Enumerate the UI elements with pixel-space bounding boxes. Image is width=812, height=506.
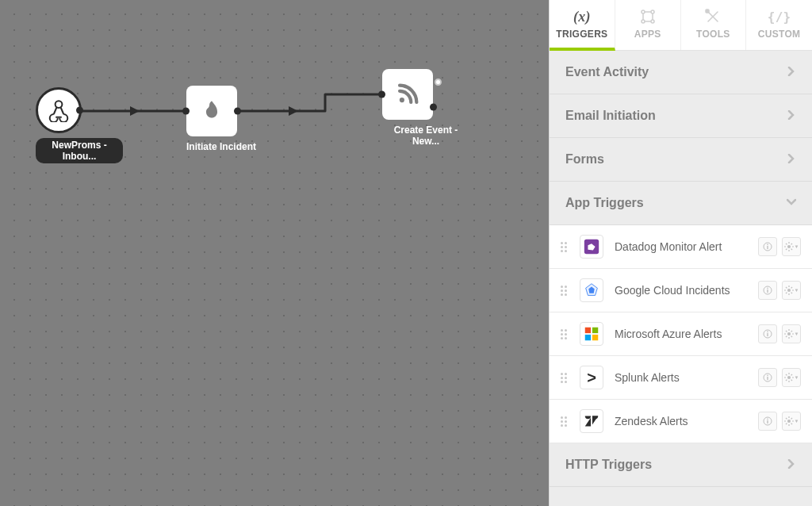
port-out[interactable] bbox=[234, 108, 241, 115]
svg-rect-78 bbox=[767, 420, 768, 424]
svg-line-73 bbox=[791, 374, 791, 375]
svg-line-85 bbox=[786, 418, 787, 419]
svg-point-3 bbox=[56, 101, 63, 108]
svg-point-9 bbox=[651, 10, 654, 13]
code-icon: {/} bbox=[746, 8, 812, 25]
variable-icon: (x) bbox=[550, 8, 615, 25]
drag-handle-icon[interactable] bbox=[561, 416, 569, 427]
port-out[interactable] bbox=[76, 107, 83, 114]
datadog-icon bbox=[580, 235, 603, 259]
svg-point-11 bbox=[651, 20, 654, 23]
fire-icon bbox=[198, 98, 225, 125]
drag-handle-icon[interactable] bbox=[561, 373, 569, 383]
category-label: Forms bbox=[565, 152, 604, 167]
svg-rect-52 bbox=[767, 332, 768, 332]
svg-line-30 bbox=[786, 249, 787, 250]
node-trigger-shape bbox=[36, 87, 82, 133]
svg-rect-63 bbox=[767, 377, 768, 380]
svg-line-59 bbox=[791, 336, 791, 337]
svg-line-31 bbox=[791, 243, 791, 244]
settings-button[interactable]: ▼ bbox=[782, 368, 801, 387]
settings-button[interactable]: ▼ bbox=[782, 412, 801, 431]
trigger-row-azure[interactable]: Microsoft Azure Alerts ▼ bbox=[550, 312, 812, 356]
svg-rect-22 bbox=[767, 244, 768, 245]
info-button[interactable] bbox=[758, 324, 777, 343]
svg-point-80 bbox=[787, 420, 791, 423]
category-event-activity[interactable]: Event Activity bbox=[550, 51, 812, 94]
app-root: NewProms - Inbou... Initiate Incident bbox=[0, 0, 812, 506]
settings-button[interactable]: ▼ bbox=[782, 237, 801, 256]
gcloud-icon bbox=[580, 278, 603, 302]
svg-rect-51 bbox=[767, 333, 768, 336]
tab-apps[interactable]: APPS bbox=[615, 0, 681, 50]
svg-rect-18 bbox=[706, 10, 709, 13]
category-label: Email Initiation bbox=[565, 109, 656, 123]
tab-triggers[interactable]: (x) TRIGGERS bbox=[550, 0, 615, 51]
chevron-right-icon bbox=[787, 458, 796, 472]
info-button[interactable] bbox=[758, 237, 777, 256]
node-event[interactable]: Create Event - New... bbox=[382, 69, 469, 147]
svg-line-70 bbox=[786, 374, 787, 375]
svg-line-45 bbox=[791, 287, 791, 288]
svg-point-10 bbox=[642, 20, 645, 23]
svg-line-72 bbox=[786, 380, 787, 381]
svg-line-58 bbox=[786, 331, 787, 332]
svg-rect-35 bbox=[767, 289, 768, 293]
trigger-row-datadog[interactable]: Datadog Monitor Alert ▼ bbox=[550, 225, 812, 269]
svg-line-86 bbox=[791, 424, 791, 424]
svg-rect-79 bbox=[767, 419, 768, 420]
node-event-shape bbox=[382, 69, 433, 120]
svg-line-61 bbox=[791, 331, 791, 332]
category-email-initiation[interactable]: Email Initiation bbox=[550, 94, 812, 138]
svg-rect-21 bbox=[767, 246, 768, 249]
port-out[interactable] bbox=[430, 104, 437, 111]
svg-marker-2 bbox=[289, 106, 298, 116]
svg-point-7 bbox=[400, 98, 404, 102]
category-forms[interactable]: Forms bbox=[550, 138, 812, 182]
drag-handle-icon[interactable] bbox=[561, 286, 569, 296]
trigger-row-splunk[interactable]: > Splunk Alerts ▼ bbox=[550, 356, 812, 400]
drag-handle-icon[interactable] bbox=[561, 242, 569, 252]
svg-line-43 bbox=[791, 293, 791, 293]
node-event-label: Create Event - New... bbox=[382, 125, 469, 147]
info-button[interactable] bbox=[758, 368, 777, 387]
settings-button[interactable]: ▼ bbox=[782, 324, 801, 343]
rss-icon bbox=[394, 81, 421, 108]
node-incident-label: Initiate Incident bbox=[186, 141, 256, 152]
svg-rect-49 bbox=[592, 335, 598, 340]
category-app-triggers[interactable]: App Triggers bbox=[550, 182, 812, 225]
svg-line-29 bbox=[791, 249, 791, 250]
row-actions: ▼ bbox=[758, 324, 801, 343]
node-incident[interactable]: Initiate Incident bbox=[186, 86, 256, 152]
trigger-row-zendesk[interactable]: Zendesk Alerts ▼ bbox=[550, 400, 812, 443]
row-actions: ▼ bbox=[758, 412, 801, 431]
zendesk-icon bbox=[580, 409, 603, 433]
svg-marker-1 bbox=[130, 106, 140, 116]
trigger-label: Microsoft Azure Alerts bbox=[615, 328, 747, 340]
trigger-label: Zendesk Alerts bbox=[615, 415, 747, 427]
tab-label: CUSTOM bbox=[746, 29, 812, 40]
port-out-hollow[interactable] bbox=[435, 79, 442, 86]
splunk-icon: > bbox=[580, 366, 603, 389]
tab-label: TOOLS bbox=[681, 29, 746, 40]
drag-handle-icon[interactable] bbox=[561, 329, 569, 339]
node-trigger[interactable]: NewProms - Inbou... bbox=[36, 87, 123, 163]
svg-line-28 bbox=[786, 243, 787, 244]
trigger-label: Google Cloud Incidents bbox=[615, 284, 747, 297]
row-actions: ▼ bbox=[758, 368, 801, 387]
settings-button[interactable]: ▼ bbox=[782, 281, 801, 300]
svg-rect-64 bbox=[767, 375, 768, 376]
category-label: Event Activity bbox=[565, 65, 649, 79]
webhook-icon bbox=[47, 98, 71, 122]
info-button[interactable] bbox=[758, 281, 777, 300]
trigger-row-gcloud[interactable]: Google Cloud Incidents ▼ bbox=[550, 269, 812, 312]
flow-canvas[interactable]: NewProms - Inbou... Initiate Incident bbox=[0, 0, 549, 506]
info-button[interactable] bbox=[758, 412, 777, 431]
port-in[interactable] bbox=[378, 91, 385, 98]
svg-line-60 bbox=[786, 336, 787, 337]
tab-tools[interactable]: TOOLS bbox=[681, 0, 747, 50]
port-in[interactable] bbox=[182, 108, 190, 115]
tab-custom[interactable]: {/} CUSTOM bbox=[746, 0, 812, 50]
category-http-triggers[interactable]: HTTP Triggers bbox=[550, 443, 812, 487]
svg-line-42 bbox=[786, 287, 787, 288]
